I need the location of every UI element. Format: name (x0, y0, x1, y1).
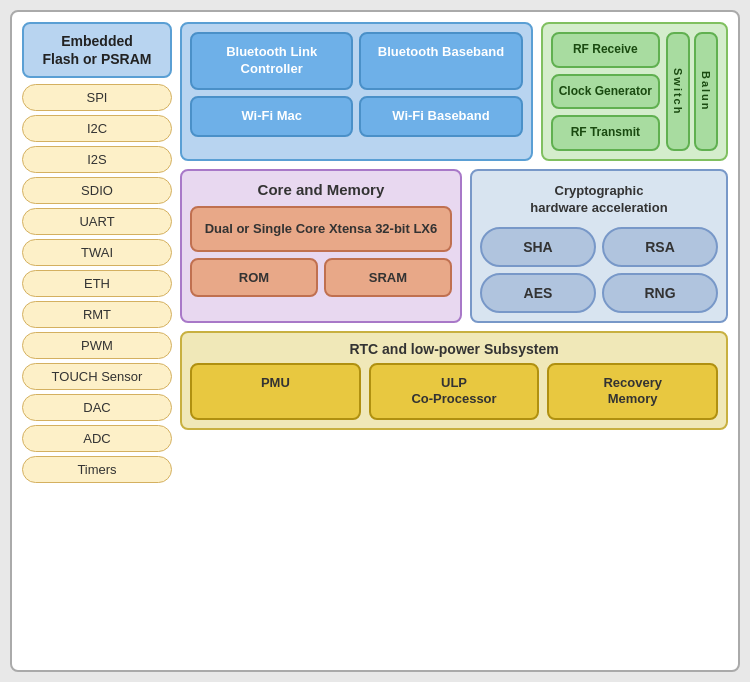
rtc-title: RTC and low-power Subsystem (190, 341, 718, 357)
cpu-box: Dual or Single Core Xtensa 32-bit LX6 (190, 206, 452, 252)
chip-diagram: EmbeddedFlash or PSRAM SPI I2C I2S SDIO … (10, 10, 740, 672)
sidebar-item-i2c: I2C (22, 115, 172, 142)
sidebar-item-touch: TOUCH Sensor (22, 363, 172, 390)
sidebar-title: EmbeddedFlash or PSRAM (22, 22, 172, 78)
sram-box: SRAM (324, 258, 452, 297)
bluetooth-row: Bluetooth Link Controller Bluetooth Base… (190, 32, 523, 90)
sidebar-item-spi: SPI (22, 84, 172, 111)
rf-receive: RF Receive (551, 32, 660, 68)
rng-box: RNG (602, 273, 718, 313)
core-bottom-row: ROM SRAM (190, 258, 452, 297)
crypto-area: Cryptographichardware acceleration SHA R… (470, 169, 728, 323)
main-area: Bluetooth Link Controller Bluetooth Base… (180, 22, 728, 660)
clock-generator: Clock Generator (551, 74, 660, 110)
core-memory-title: Core and Memory (190, 179, 452, 200)
sidebar-item-i2s: I2S (22, 146, 172, 173)
rtc-items: PMU ULPCo-Processor RecoveryMemory (190, 363, 718, 421)
rom-box: ROM (190, 258, 318, 297)
top-section: Bluetooth Link Controller Bluetooth Base… (180, 22, 728, 161)
switch-balun-col: Switch Balun (666, 32, 718, 151)
sidebar-item-twai: TWAI (22, 239, 172, 266)
crypto-grid: SHA RSA AES RNG (480, 227, 718, 313)
wifi-mac: Wi-Fi Mac (190, 96, 353, 137)
sidebar-item-dac: DAC (22, 394, 172, 421)
balun-box: Balun (694, 32, 718, 151)
recovery-memory-box: RecoveryMemory (547, 363, 718, 421)
bluetooth-baseband: Bluetooth Baseband (359, 32, 522, 90)
rtc-section: RTC and low-power Subsystem PMU ULPCo-Pr… (180, 331, 728, 431)
middle-section: Core and Memory Dual or Single Core Xten… (180, 169, 728, 323)
aes-box: AES (480, 273, 596, 313)
wifi-baseband: Wi-Fi Baseband (359, 96, 522, 137)
sidebar: EmbeddedFlash or PSRAM SPI I2C I2S SDIO … (22, 22, 172, 660)
sidebar-item-adc: ADC (22, 425, 172, 452)
switch-box: Switch (666, 32, 690, 151)
pmu-box: PMU (190, 363, 361, 421)
sidebar-item-timers: Timers (22, 456, 172, 483)
wifi-row: Wi-Fi Mac Wi-Fi Baseband (190, 96, 523, 137)
sidebar-item-pwm: PWM (22, 332, 172, 359)
crypto-title: Cryptographichardware acceleration (480, 179, 718, 221)
sha-box: SHA (480, 227, 596, 267)
ulp-box: ULPCo-Processor (369, 363, 540, 421)
bluetooth-wifi-area: Bluetooth Link Controller Bluetooth Base… (180, 22, 533, 161)
rf-transmit: RF Transmit (551, 115, 660, 151)
bluetooth-link-controller: Bluetooth Link Controller (190, 32, 353, 90)
sidebar-item-rmt: RMT (22, 301, 172, 328)
sidebar-item-uart: UART (22, 208, 172, 235)
rsa-box: RSA (602, 227, 718, 267)
sidebar-item-sdio: SDIO (22, 177, 172, 204)
rf-column: RF Receive Clock Generator RF Transmit (551, 32, 660, 151)
core-memory-area: Core and Memory Dual or Single Core Xten… (180, 169, 462, 323)
rf-area: RF Receive Clock Generator RF Transmit S… (541, 22, 728, 161)
sidebar-item-eth: ETH (22, 270, 172, 297)
